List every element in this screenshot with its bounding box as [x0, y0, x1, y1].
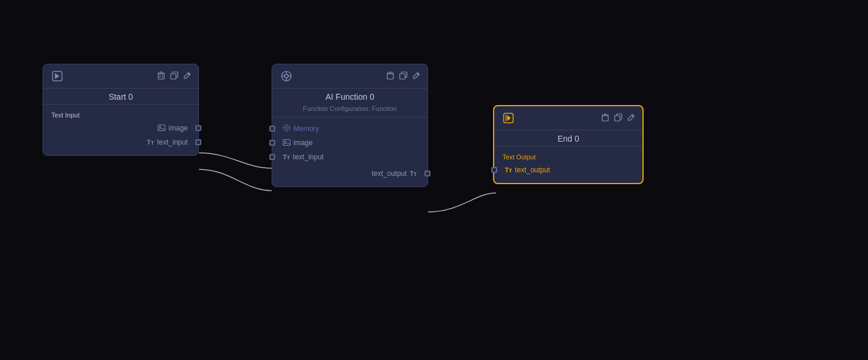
ai-node-title: AI Function 0 — [272, 89, 428, 104]
svg-rect-29 — [283, 139, 291, 145]
start-node-title: Start 0 — [43, 89, 198, 104]
start-node-icon — [50, 69, 64, 83]
start-output-text-input: Tт text_input — [43, 135, 198, 149]
start-textinput-port — [195, 139, 201, 145]
start-output-image: image — [43, 121, 198, 135]
ai-copy-btn[interactable] — [399, 71, 407, 81]
end-node-icon — [501, 111, 515, 125]
svg-point-10 — [159, 126, 161, 127]
textinput-type-icon: Tт — [147, 139, 154, 146]
end-section-label: Text Output — [494, 150, 642, 163]
start-copy-btn[interactable] — [170, 71, 178, 81]
ai-input-text-input: Tт text_input — [272, 150, 428, 164]
end-edit-btn[interactable] — [627, 113, 635, 123]
svg-marker-32 — [507, 115, 511, 121]
ai-textinput-port — [269, 154, 275, 160]
end-delete-btn[interactable] — [601, 113, 609, 123]
svg-rect-38 — [615, 116, 620, 121]
end-copy-btn[interactable] — [614, 113, 622, 123]
end-node-actions — [601, 113, 635, 123]
start-node-actions — [157, 71, 191, 81]
start-section-label: Text Input — [43, 108, 198, 121]
workflow-canvas: Start 0 Text Input image — [0, 0, 868, 360]
ai-image-port — [269, 140, 275, 146]
start-node-header — [43, 64, 198, 89]
start-image-port — [195, 125, 201, 131]
start-edit-btn[interactable] — [183, 71, 191, 81]
ai-node-icon — [279, 69, 293, 83]
connections-svg — [0, 0, 868, 360]
svg-rect-34 — [602, 116, 608, 121]
svg-rect-21 — [400, 74, 405, 79]
svg-point-30 — [285, 140, 286, 142]
ai-node-subtitle: Function Configuration: Function — [272, 104, 428, 117]
svg-point-12 — [285, 74, 288, 78]
end-textoutput-port — [491, 167, 497, 173]
ai-input-image: image — [272, 136, 428, 150]
ai-image-type-icon — [283, 139, 291, 147]
image-type-icon — [158, 125, 165, 132]
ai-node-header — [272, 64, 428, 89]
start-node[interactable]: Start 0 Text Input image — [43, 64, 199, 156]
ai-memory-port — [269, 126, 275, 132]
svg-rect-1 — [158, 74, 164, 79]
end-node-title: End 0 — [494, 130, 642, 146]
svg-rect-9 — [158, 125, 165, 130]
start-delete-btn[interactable] — [157, 71, 165, 81]
ai-node-actions — [386, 71, 420, 81]
ai-function-node[interactable]: AI Function 0 Function Configuration: Fu… — [272, 64, 428, 187]
ai-edit-btn[interactable] — [412, 71, 420, 81]
svg-rect-7 — [171, 74, 176, 79]
end-node[interactable]: End 0 Text Output Tт text_output — [493, 105, 644, 184]
ai-output-text-output: text_output Tт — [272, 166, 428, 181]
end-input-text-output: Tт text_output — [494, 163, 642, 177]
svg-point-24 — [286, 127, 288, 129]
memory-type-icon — [283, 124, 291, 133]
ai-input-memory: Memory — [272, 121, 428, 136]
svg-rect-17 — [387, 74, 393, 79]
end-node-header — [494, 106, 642, 130]
ai-textoutput-port — [425, 171, 430, 176]
ai-delete-btn[interactable] — [386, 71, 394, 81]
